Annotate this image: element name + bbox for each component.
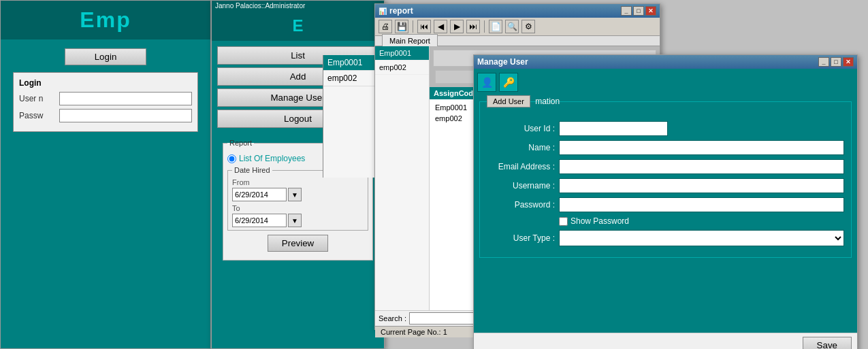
- name-label: Name :: [487, 143, 555, 152]
- manage-footer: Save: [474, 333, 857, 349]
- legend-text: mation: [535, 97, 560, 106]
- name-row: Name :: [487, 140, 844, 155]
- report-title: report: [389, 6, 413, 16]
- toolbar-separator-2: [484, 20, 485, 33]
- save-button[interactable]: Save: [803, 337, 852, 349]
- next-page-icon[interactable]: ▶: [450, 20, 464, 33]
- report-maximize-btn[interactable]: □: [633, 6, 644, 16]
- search-icon[interactable]: 🔍: [505, 20, 519, 33]
- user-id-row: User Id :: [487, 121, 844, 136]
- name-input[interactable]: [559, 140, 844, 155]
- show-password-checkbox[interactable]: [559, 217, 568, 226]
- user-info-group: Add User mation User Id : Name : Email A…: [479, 101, 852, 258]
- main-report-tab[interactable]: Main Report: [382, 34, 438, 47]
- from-date-input[interactable]: [232, 188, 287, 201]
- preview-button[interactable]: Preview: [268, 235, 328, 252]
- report-window-controls: _ □ ✕: [621, 6, 656, 16]
- manage-toolbar: 👤 🔑: [474, 69, 857, 96]
- login-panel: Login User n Passw: [13, 72, 198, 132]
- settings-icon[interactable]: ⚙: [521, 20, 535, 33]
- user-type-row: User Type :: [487, 230, 844, 246]
- password-label: Password :: [487, 200, 555, 210]
- prev-page-icon[interactable]: ◀: [434, 20, 447, 33]
- bg-app-window: Emp Login Login User n Passw: [0, 0, 211, 349]
- to-date-row: ▼: [232, 214, 364, 227]
- add-user-button[interactable]: Add User: [487, 95, 530, 107]
- password-row: Password :: [487, 197, 844, 212]
- bg-header-text: Emp: [80, 7, 131, 32]
- manage-user-controls: _ □ ✕: [818, 57, 854, 67]
- manage-content: Add User mation User Id : Name : Email A…: [474, 96, 857, 333]
- from-date-picker[interactable]: ▼: [288, 188, 302, 201]
- current-page: Current Page No.: 1: [381, 328, 447, 336]
- add-user-legend: Add User mation: [487, 95, 560, 107]
- manage-minimize-btn[interactable]: _: [818, 57, 829, 67]
- manage-close-btn[interactable]: ✕: [843, 57, 854, 67]
- manage-tb-icon-2[interactable]: 🔑: [499, 73, 518, 92]
- login-panel-label: Login: [19, 78, 192, 88]
- save-icon[interactable]: 💾: [395, 20, 408, 33]
- password-row: Passw: [19, 109, 192, 122]
- user-id-input[interactable]: [559, 121, 668, 136]
- to-date-input[interactable]: [232, 214, 287, 227]
- user-type-select[interactable]: [559, 230, 844, 246]
- user-id-label: User Id :: [487, 124, 555, 133]
- report-emp-item-2[interactable]: emp002: [375, 61, 429, 75]
- search-label: Search :: [379, 314, 406, 322]
- show-password-label: Show Password: [570, 216, 629, 226]
- report-employee-list: Emp0001 emp002: [375, 46, 430, 310]
- date-hired-legend: Date Hired: [232, 166, 272, 174]
- email-row: Email Address :: [487, 159, 844, 174]
- print-icon[interactable]: 🖨: [379, 20, 392, 33]
- report-icon: 📊: [379, 7, 387, 15]
- report-titlebar: 📊 report _ □ ✕: [375, 4, 660, 18]
- report-minimize-btn[interactable]: _: [621, 6, 632, 16]
- password-input[interactable]: [59, 109, 192, 122]
- password-label: Passw: [19, 111, 57, 120]
- report-emp-item-1[interactable]: Emp0001: [375, 46, 429, 61]
- report-legend: Report: [227, 139, 254, 147]
- from-date-row: ▼: [232, 188, 364, 201]
- manage-user-title: Manage User: [477, 57, 528, 67]
- export-icon[interactable]: 📄: [489, 20, 502, 33]
- username-label: User n: [19, 94, 57, 103]
- manage-tb-icon-1[interactable]: 👤: [477, 73, 496, 92]
- main-app-window: Janno Palacios::Administrator E List Add…: [211, 0, 385, 349]
- show-password-row: Show Password: [559, 216, 844, 226]
- first-page-icon[interactable]: ⏮: [417, 20, 431, 33]
- username-row: Username :: [487, 178, 844, 193]
- to-label: To: [232, 204, 364, 212]
- list-employees-radio[interactable]: [227, 154, 236, 163]
- email-label: Email Address :: [487, 162, 555, 171]
- manage-user-window: Manage User _ □ ✕ 👤 🔑 Add User mation Us…: [473, 54, 858, 349]
- username-input[interactable]: [59, 92, 192, 105]
- username-input[interactable]: [559, 178, 844, 193]
- radio-label: List Of Employees: [239, 154, 305, 163]
- manage-user-titlebar: Manage User _ □ ✕: [474, 55, 857, 69]
- main-header: E: [212, 11, 384, 41]
- report-tabs: Main Report: [375, 36, 660, 46]
- user-type-label: User Type :: [487, 233, 555, 243]
- username-label: Username :: [487, 181, 555, 190]
- report-close-btn[interactable]: ✕: [645, 6, 656, 16]
- from-label: From: [232, 178, 364, 186]
- username-row: User n: [19, 92, 192, 105]
- password-input[interactable]: [559, 197, 844, 212]
- report-toolbar: 🖨 💾 ⏮ ◀ ▶ ⏭ 📄 🔍 ⚙: [375, 18, 660, 36]
- login-button[interactable]: Login: [65, 48, 146, 65]
- email-input[interactable]: [559, 159, 844, 174]
- bg-app-header: Emp: [1, 1, 210, 39]
- manage-maximize-btn[interactable]: □: [831, 57, 841, 67]
- toolbar-separator-1: [413, 20, 413, 33]
- to-date-picker[interactable]: ▼: [288, 214, 302, 227]
- last-page-icon[interactable]: ⏭: [466, 20, 480, 33]
- main-titlebar-text: Janno Palacios::Administrator: [212, 1, 384, 11]
